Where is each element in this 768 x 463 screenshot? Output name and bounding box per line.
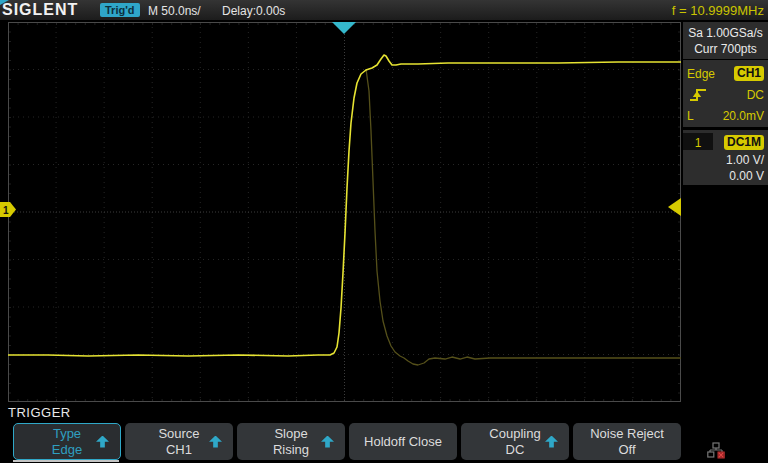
top-status-bar: SIGLENT Trig'd M 50.0ns/ Delay:0.00s f =… <box>0 0 768 20</box>
trigger-type: Edge <box>687 67 715 81</box>
trigger-level-value: 20.0mV <box>723 109 764 123</box>
brand-logo: SIGLENT <box>2 1 78 19</box>
memory-depth: Curr 700pts <box>687 41 764 57</box>
trace-dim-ch1 <box>366 69 681 365</box>
sidebar: Sa 1.00GSa/s Curr 700pts Edge CH1 DC L 2… <box>683 22 768 60</box>
channel-coupling-badge: DC1M <box>724 135 764 150</box>
menu-button-noise-reject[interactable]: Noise Reject Off <box>573 423 681 460</box>
sample-rate: Sa 1.00GSa/s <box>687 25 764 41</box>
button-label-line1: Slope <box>274 426 307 442</box>
button-label-line2: DC <box>506 442 525 458</box>
timebase-readout: M 50.0ns/ <box>148 4 201 18</box>
rising-edge-icon <box>687 87 709 103</box>
button-label-line1: Coupling <box>489 426 540 442</box>
active-button-underline <box>13 460 119 462</box>
acquisition-panel: Sa 1.00GSa/s Curr 700pts <box>683 22 768 59</box>
trigger-position-marker-icon[interactable] <box>332 22 356 34</box>
up-arrow-icon <box>209 436 222 448</box>
frequency-counter: f = 10.9999MHz <box>672 3 764 18</box>
trigger-source-badge: CH1 <box>734 66 764 81</box>
trigger-level-label: L <box>687 109 694 123</box>
trigger-info-panel[interactable]: Edge CH1 DC L 20.0mV <box>683 60 768 127</box>
button-label-line2: Off <box>618 442 635 458</box>
up-arrow-icon <box>96 436 109 448</box>
channel-scale: 1.00 V/ <box>687 152 764 168</box>
trigger-level-marker-icon[interactable] <box>668 198 681 216</box>
button-label-line2: Edge <box>52 442 82 458</box>
channel-marker-label: 1 <box>3 205 9 216</box>
channel-offset: 0.00 V <box>687 168 764 184</box>
button-label-line1: Source <box>158 426 199 442</box>
up-arrow-icon <box>545 436 558 448</box>
channel1-level-marker-icon[interactable]: 1 <box>0 202 17 217</box>
softkey-menu: TRIGGER Type Edge Source CH1 Slope Risin… <box>0 402 768 463</box>
up-arrow-icon <box>321 436 334 448</box>
button-label-line1: Holdoff Close <box>364 434 442 450</box>
menu-button-coupling[interactable]: Coupling DC <box>461 423 569 460</box>
menu-button-slope[interactable]: Slope Rising <box>237 423 345 460</box>
channel1-info-panel[interactable]: 1 DC1M 1.00 V/ 0.00 V <box>683 130 768 185</box>
button-label-line2: CH1 <box>166 442 192 458</box>
menu-title: TRIGGER <box>8 405 71 420</box>
button-label-line1: Noise Reject <box>590 426 664 442</box>
channel-number: 1 <box>683 133 713 150</box>
menu-button-type[interactable]: Type Edge <box>13 423 121 460</box>
waveform-traces <box>8 22 681 402</box>
button-label-line1: Type <box>53 426 81 442</box>
trigger-status-badge: Trig'd <box>100 3 140 17</box>
button-label-line2: Rising <box>273 442 309 458</box>
menu-button-source[interactable]: Source CH1 <box>125 423 233 460</box>
lan-status-icon <box>707 442 725 460</box>
delay-readout: Delay:0.00s <box>222 4 285 18</box>
waveform-display <box>8 22 681 402</box>
trace-ch1 <box>8 55 681 356</box>
oscilloscope-screen: SIGLENT Trig'd M 50.0ns/ Delay:0.00s f =… <box>0 0 768 463</box>
trigger-coupling: DC <box>747 88 764 102</box>
menu-button-holdoff[interactable]: Holdoff Close <box>349 423 457 460</box>
